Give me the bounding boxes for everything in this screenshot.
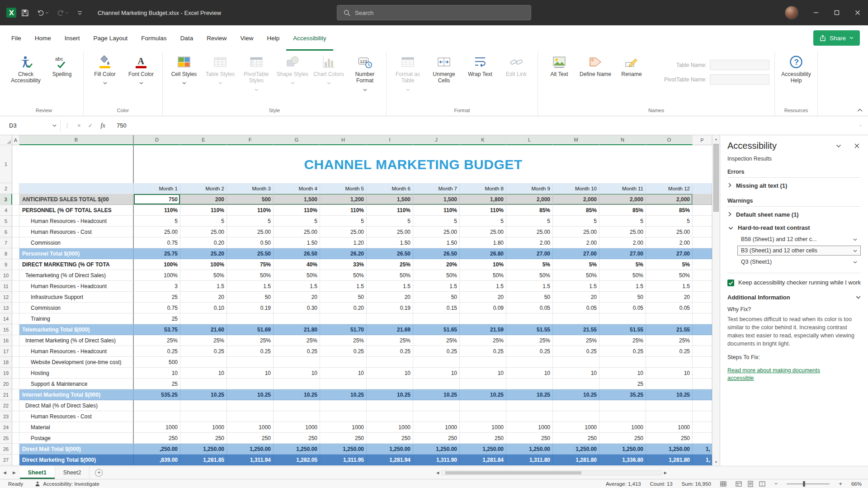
cell-M5[interactable]: 5: [553, 216, 599, 227]
cell-M16[interactable]: 25%: [553, 335, 599, 346]
default-sheet-name-1-item[interactable]: Default sheet name (1): [727, 207, 861, 220]
cell-E20[interactable]: [180, 379, 227, 389]
cell-A13[interactable]: [12, 303, 19, 313]
cell-N11[interactable]: 1.5: [599, 281, 646, 292]
cell-O5[interactable]: 5: [646, 216, 693, 227]
cell-I4[interactable]: 110%: [367, 205, 413, 216]
cell-P17[interactable]: [693, 346, 712, 357]
cell-J27[interactable]: 1,311.90: [413, 455, 460, 465]
cell-H27[interactable]: 1,311.95: [320, 455, 367, 465]
cell-A17[interactable]: [12, 346, 19, 357]
cell-I18[interactable]: [367, 357, 413, 368]
cell-B9[interactable]: DIRECT MARKETING (% OF TOTA: [19, 259, 134, 270]
pivottable-styles-button[interactable]: PivotTable Styles: [238, 52, 274, 102]
cell-A18[interactable]: [12, 357, 19, 368]
cell-J8[interactable]: 26.50: [413, 248, 460, 259]
cell-N3[interactable]: 2,000: [599, 194, 646, 205]
cell-B24[interactable]: Material: [19, 422, 134, 433]
cell-B17[interactable]: Human Resources - Headcount: [19, 346, 134, 357]
tab-help[interactable]: Help: [260, 25, 286, 51]
cell-P25[interactable]: [693, 433, 712, 444]
row-header-14[interactable]: 14: [0, 313, 12, 324]
cell-O26[interactable]: 1,250.00: [646, 444, 693, 455]
cell-E9[interactable]: 100%: [180, 259, 227, 270]
cell-O23[interactable]: [646, 411, 693, 422]
unmerge-cells-button[interactable]: Unmerge Cells: [426, 52, 462, 102]
cell-N12[interactable]: 50: [599, 292, 646, 303]
tab-view[interactable]: View: [233, 25, 260, 51]
cell-P5[interactable]: [693, 216, 712, 227]
column-header-E[interactable]: E: [180, 135, 227, 145]
cell-O1[interactable]: [646, 145, 693, 183]
cell-E16[interactable]: 25%: [180, 335, 227, 346]
cell-G26[interactable]: 1,250.00: [274, 444, 320, 455]
cell-B27[interactable]: Direct Marketing Total $(000): [19, 455, 134, 465]
row-header-11[interactable]: 11: [0, 281, 12, 292]
cell-J5[interactable]: 5: [413, 216, 460, 227]
cell-F13[interactable]: 0.19: [227, 303, 274, 313]
cell-O3[interactable]: 2,000: [646, 194, 693, 205]
cell-A2[interactable]: [12, 183, 19, 194]
cell-O4[interactable]: 85%: [646, 205, 693, 216]
cell-M6[interactable]: 25.00: [553, 227, 599, 237]
cell-M7[interactable]: 2.00: [553, 237, 599, 248]
cell-M23[interactable]: [553, 411, 599, 422]
cell-F11[interactable]: 1.5: [227, 281, 274, 292]
cell-I20[interactable]: [367, 379, 413, 389]
row-header-24[interactable]: 24: [0, 422, 12, 433]
row-header-21[interactable]: 21: [0, 389, 12, 400]
cell-I13[interactable]: 0.19: [367, 303, 413, 313]
cell-K22[interactable]: [460, 400, 506, 411]
cell-O17[interactable]: 0.25: [646, 346, 693, 357]
define-name-button[interactable]: Define Name: [577, 52, 613, 102]
column-header-D[interactable]: D: [134, 135, 180, 145]
cell-G18[interactable]: [274, 357, 320, 368]
cell-N25[interactable]: 250: [599, 433, 646, 444]
cell-E12[interactable]: 20: [180, 292, 227, 303]
cell-A1[interactable]: [12, 145, 19, 183]
row-header-7[interactable]: 7: [0, 237, 12, 248]
scroll-down-icon[interactable]: ▼: [712, 458, 720, 466]
cell-K16[interactable]: 25%: [460, 335, 506, 346]
cell-H5[interactable]: 5: [320, 216, 367, 227]
cell-D8[interactable]: 25.75: [134, 248, 180, 259]
cell-E27[interactable]: 1,281.85: [180, 455, 227, 465]
cell-O20[interactable]: [646, 379, 693, 389]
cell-M17[interactable]: 0.25: [553, 346, 599, 357]
cell-H7[interactable]: 1.20: [320, 237, 367, 248]
cell-K4[interactable]: 110%: [460, 205, 506, 216]
cell-G13[interactable]: 0.30: [274, 303, 320, 313]
cell-N24[interactable]: 1000: [599, 422, 646, 433]
undo-button[interactable]: [34, 6, 52, 19]
cell-A16[interactable]: [12, 335, 19, 346]
cell-G1[interactable]: [274, 145, 320, 183]
cell-B13[interactable]: Commission: [19, 303, 134, 313]
cell-L23[interactable]: [506, 411, 553, 422]
row-header-17[interactable]: 17: [0, 346, 12, 357]
cell-L5[interactable]: 5: [506, 216, 553, 227]
tab-page-layout[interactable]: Page Layout: [87, 25, 135, 51]
cell-N1[interactable]: [599, 145, 646, 183]
cell-O6[interactable]: 25.00: [646, 227, 693, 237]
horizontal-scrollbar-thumb[interactable]: [445, 471, 581, 474]
cell-K13[interactable]: 0.09: [460, 303, 506, 313]
sheet-nav-previous-icon[interactable]: ◀: [0, 466, 9, 479]
cell-P23[interactable]: [693, 411, 712, 422]
column-header-N[interactable]: N: [599, 135, 646, 145]
row-header-5[interactable]: 5: [0, 216, 12, 227]
cell-N23[interactable]: [599, 411, 646, 422]
cell-H4[interactable]: 110%: [320, 205, 367, 216]
cell-I3[interactable]: 1,500: [367, 194, 413, 205]
cell-F1[interactable]: [227, 145, 274, 183]
cell-G20[interactable]: [274, 379, 320, 389]
cell-P20[interactable]: [693, 379, 712, 389]
zoom-level[interactable]: 66%: [851, 481, 862, 487]
cell-M11[interactable]: 1.5: [553, 281, 599, 292]
cell-O16[interactable]: 25%: [646, 335, 693, 346]
cell-F4[interactable]: 110%: [227, 205, 274, 216]
tab-formulas[interactable]: Formulas: [134, 25, 173, 51]
cell-E22[interactable]: [180, 400, 227, 411]
grid-icon[interactable]: [720, 481, 726, 487]
cell-J18[interactable]: [413, 357, 460, 368]
cell-K26[interactable]: 1,250.00: [460, 444, 506, 455]
